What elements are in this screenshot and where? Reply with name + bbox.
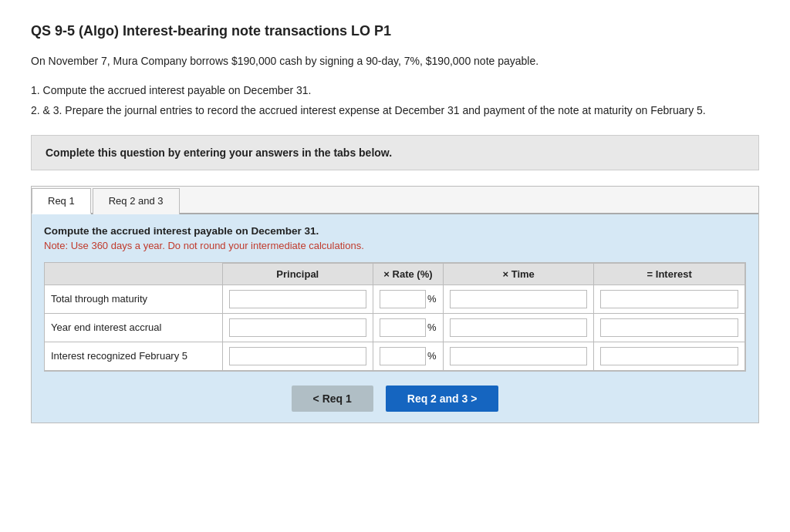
time-cell-feb5 — [443, 342, 594, 370]
next-arrow-icon — [468, 392, 477, 405]
tab-note-text: Note: Use 360 days a year. Do not round … — [44, 240, 746, 251]
table-row: Year end interest accrual % — [45, 313, 745, 342]
interest-table: Principal × Rate (%) × Time = Interest T… — [45, 263, 745, 371]
table-row: Total through maturity % — [45, 285, 745, 313]
principal-input-total[interactable] — [229, 290, 367, 308]
interest-cell-total — [594, 285, 745, 313]
col-header-interest: = Interest — [594, 263, 745, 285]
tab-bar: Req 1 Req 2 and 3 — [32, 187, 758, 214]
req23-instruction: 2. & 3. Prepare the journal entries to r… — [31, 102, 759, 119]
rate-input-yearend[interactable] — [380, 318, 426, 337]
rate-cell-feb5: % — [373, 342, 444, 370]
interest-input-feb5[interactable] — [600, 347, 738, 365]
table-row: Interest recognized February 5 % — [45, 342, 745, 370]
principal-cell-feb5 — [222, 342, 373, 370]
col-header-principal: Principal — [222, 263, 373, 285]
rate-input-feb5[interactable] — [380, 347, 426, 365]
row-label-yearend: Year end interest accrual — [45, 313, 222, 342]
rate-cell-yearend: % — [373, 313, 444, 342]
principal-cell-yearend — [222, 313, 373, 342]
tab-req1[interactable]: Req 1 — [32, 188, 91, 214]
interest-cell-yearend — [594, 313, 745, 342]
row-label-total: Total through maturity — [45, 285, 222, 313]
interest-cell-feb5 — [594, 342, 745, 370]
prev-button-label: Req 1 — [322, 392, 352, 405]
next-button-label: Req 2 and 3 — [407, 392, 468, 405]
tabs-wrapper: Req 1 Req 2 and 3 Compute the accrued in… — [31, 186, 759, 423]
col-header-rate: × Rate (%) — [373, 263, 444, 285]
time-input-yearend[interactable] — [450, 318, 588, 337]
row-label-feb5: Interest recognized February 5 — [45, 342, 222, 370]
instructions: 1. Compute the accrued interest payable … — [31, 82, 759, 120]
next-button[interactable]: Req 2 and 3 — [386, 386, 499, 412]
principal-cell-total — [222, 285, 373, 313]
time-input-feb5[interactable] — [450, 347, 588, 365]
principal-input-yearend[interactable] — [229, 318, 367, 337]
bottom-nav: Req 1 Req 2 and 3 — [44, 372, 746, 423]
complete-box: Complete this question by entering your … — [31, 135, 759, 170]
intro-paragraph: On November 7, Mura Company borrows $190… — [31, 53, 759, 69]
prev-arrow-icon — [313, 392, 322, 405]
interest-input-yearend[interactable] — [600, 318, 738, 337]
tab-content: Compute the accrued interest payable on … — [32, 214, 758, 423]
pct-symbol-yearend: % — [427, 322, 437, 333]
data-table-wrapper: Principal × Rate (%) × Time = Interest T… — [44, 262, 746, 372]
pct-symbol-total: % — [427, 293, 437, 305]
rate-input-total[interactable] — [380, 290, 426, 308]
time-input-total[interactable] — [450, 290, 588, 308]
tab-instruction-text: Compute the accrued interest payable on … — [44, 225, 746, 237]
time-cell-total — [443, 285, 594, 313]
page-title: QS 9-5 (Algo) Interest-bearing note tran… — [31, 23, 759, 39]
rate-cell-total: % — [373, 285, 444, 313]
col-header-time: × Time — [443, 263, 594, 285]
req1-instruction: 1. Compute the accrued interest payable … — [31, 82, 759, 99]
pct-symbol-feb5: % — [427, 350, 437, 362]
interest-input-total[interactable] — [600, 290, 738, 308]
prev-button[interactable]: Req 1 — [292, 386, 373, 412]
tab-req23[interactable]: Req 2 and 3 — [93, 188, 180, 214]
time-cell-yearend — [443, 313, 594, 342]
principal-input-feb5[interactable] — [229, 347, 367, 365]
col-header-label — [45, 263, 222, 285]
